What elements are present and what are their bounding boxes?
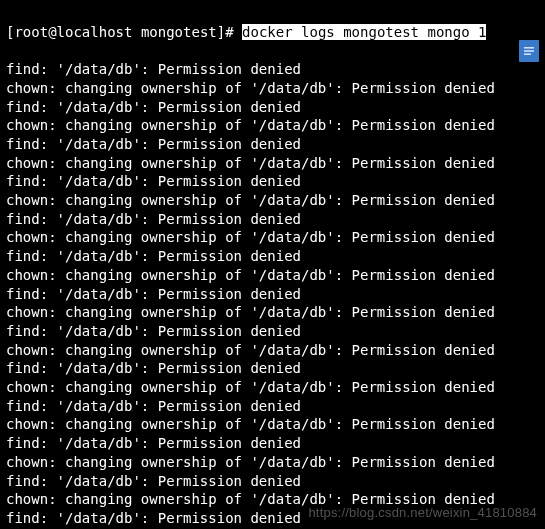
log-line-chown: chown: changing ownership of '/data/db':… [6, 116, 539, 135]
log-line-chown: chown: changing ownership of '/data/db':… [6, 415, 539, 434]
selection-marker-icon [519, 40, 539, 62]
svg-rect-1 [524, 50, 534, 52]
prompt-user: root@localhost [14, 24, 132, 40]
prompt-close: ]# [217, 24, 234, 40]
log-line-find: find: '/data/db': Permission denied [6, 359, 539, 378]
log-line-chown: chown: changing ownership of '/data/db':… [6, 79, 539, 98]
prompt-path: mongotest [141, 24, 217, 40]
log-line-find: find: '/data/db': Permission denied [6, 434, 539, 453]
log-line-find: find: '/data/db': Permission denied [6, 172, 539, 191]
log-lines-container: find: '/data/db': Permission deniedchown… [6, 60, 539, 529]
log-line-find: find: '/data/db': Permission denied [6, 472, 539, 491]
log-line-chown: chown: changing ownership of '/data/db':… [6, 378, 539, 397]
log-line-chown: chown: changing ownership of '/data/db':… [6, 154, 539, 173]
log-line-chown: chown: changing ownership of '/data/db':… [6, 303, 539, 322]
svg-rect-0 [524, 47, 534, 49]
log-line-chown: chown: changing ownership of '/data/db':… [6, 453, 539, 472]
log-line-find: find: '/data/db': Permission denied [6, 509, 539, 528]
svg-rect-2 [524, 53, 531, 55]
log-line-chown: chown: changing ownership of '/data/db':… [6, 341, 539, 360]
log-line-chown: chown: changing ownership of '/data/db':… [6, 266, 539, 285]
log-line-chown: chown: changing ownership of '/data/db':… [6, 191, 539, 210]
log-line-chown: chown: changing ownership of '/data/db':… [6, 490, 539, 509]
command-text[interactable]: docker logs mongotest_mongo_1 [242, 24, 486, 40]
log-line-find: find: '/data/db': Permission denied [6, 322, 539, 341]
log-line-find: find: '/data/db': Permission denied [6, 98, 539, 117]
log-line-find: find: '/data/db': Permission denied [6, 397, 539, 416]
log-line-chown: chown: changing ownership of '/data/db':… [6, 228, 539, 247]
prompt-line: [root@localhost mongotest]# docker logs … [6, 23, 539, 42]
log-line-find: find: '/data/db': Permission denied [6, 135, 539, 154]
terminal-output: [root@localhost mongotest]# docker logs … [0, 0, 545, 529]
log-line-find: find: '/data/db': Permission denied [6, 210, 539, 229]
log-line-find: find: '/data/db': Permission denied [6, 60, 539, 79]
log-line-find: find: '/data/db': Permission denied [6, 247, 539, 266]
log-line-find: find: '/data/db': Permission denied [6, 285, 539, 304]
